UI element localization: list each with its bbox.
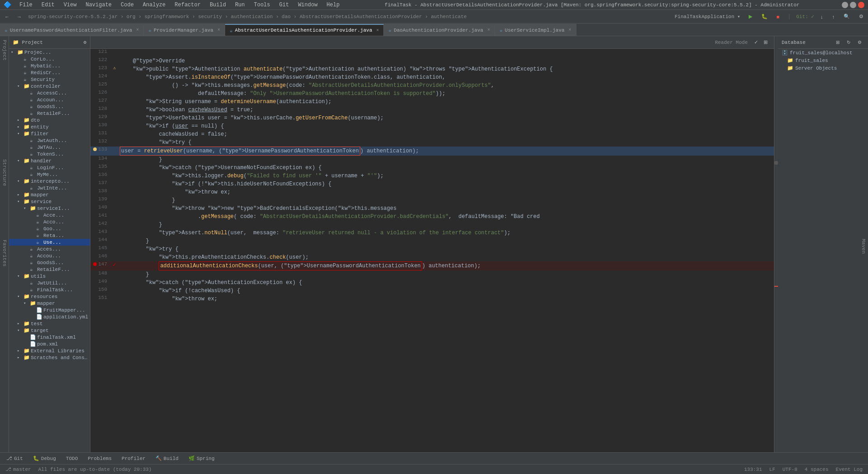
run-button[interactable]: ▶ bbox=[746, 12, 755, 22]
tab-user-service-impl[interactable]: ☕ UserServiceImpl.java × bbox=[495, 24, 576, 36]
tree-item-26[interactable]: ☕Goo... bbox=[9, 225, 90, 232]
tab-provider-manager[interactable]: ☕ ProviderManager.java × bbox=[144, 24, 225, 36]
breakpoint-140[interactable] bbox=[93, 205, 97, 209]
tool-tab-todo[interactable]: TODO bbox=[61, 454, 82, 464]
favorites-panel-label[interactable]: Favorites bbox=[1, 236, 8, 270]
settings[interactable]: ⚙ bbox=[856, 12, 866, 22]
tree-item-3[interactable]: ☕RedisCr... bbox=[9, 69, 90, 76]
tab-username-password-filter[interactable]: ☕ UsernamePasswordAuthenticationFilter.j… bbox=[0, 24, 144, 36]
search-everywhere[interactable]: 🔍 bbox=[841, 12, 853, 22]
event-log[interactable]: Event Log bbox=[834, 467, 864, 472]
tab-close-3[interactable]: × bbox=[487, 28, 490, 33]
breakpoint-139[interactable] bbox=[93, 197, 97, 201]
menu-build[interactable]: Build bbox=[207, 1, 229, 9]
tree-item-5[interactable]: ▾📁controller bbox=[9, 83, 90, 90]
code-area[interactable]: 121122 @"type">Override123⚠ "kw">public … bbox=[90, 49, 774, 452]
tree-item-9[interactable]: ☕RetaileF... bbox=[9, 110, 90, 117]
breakpoint-122[interactable] bbox=[93, 58, 97, 62]
breakpoint-133[interactable] bbox=[93, 147, 97, 151]
tree-item-29[interactable]: ☕Acces... bbox=[9, 246, 90, 252]
breakpoint-147[interactable] bbox=[93, 262, 97, 266]
tree-item-31[interactable]: ☕GoodsS... bbox=[9, 259, 90, 266]
git-push[interactable]: ↑ bbox=[830, 12, 838, 22]
tree-item-28[interactable]: ☕Use... bbox=[9, 239, 90, 246]
scroll-indicator[interactable] bbox=[774, 36, 778, 452]
breakpoint-150[interactable] bbox=[93, 288, 97, 291]
menu-tools[interactable]: Tools bbox=[251, 1, 273, 9]
tree-item-43[interactable]: 📄pom.xml bbox=[9, 341, 90, 347]
breakpoint-125[interactable] bbox=[93, 82, 97, 86]
toolbar-forward[interactable]: → bbox=[14, 12, 24, 22]
tree-item-32[interactable]: ☕RetaileF... bbox=[9, 266, 90, 273]
tree-item-42[interactable]: 📄finalTask.xml bbox=[9, 334, 90, 341]
tree-item-38[interactable]: 📄FruitMapper... bbox=[9, 307, 90, 313]
tree-item-22[interactable]: ▾📁service bbox=[9, 198, 90, 205]
tree-item-45[interactable]: ▸📁Scratches and Consoles bbox=[9, 354, 90, 361]
breakpoint-141[interactable] bbox=[93, 213, 97, 217]
menu-code[interactable]: Code bbox=[118, 1, 137, 9]
breakpoint-146[interactable] bbox=[93, 254, 97, 258]
project-panel-label[interactable]: Project bbox=[1, 36, 8, 64]
tree-item-18[interactable]: ☕MyMe... bbox=[9, 171, 90, 178]
tree-item-12[interactable]: ▾📁filter bbox=[9, 130, 90, 137]
minimize-button[interactable]: − bbox=[842, 2, 848, 8]
tree-item-41[interactable]: ▾📁target bbox=[9, 327, 90, 334]
breakpoint-137[interactable] bbox=[93, 181, 97, 185]
tree-item-17[interactable]: ☕LoginF... bbox=[9, 164, 90, 171]
structure-panel-label[interactable]: Structure bbox=[1, 156, 8, 190]
breakpoint-149[interactable] bbox=[93, 280, 97, 283]
tab-close-2[interactable]: × bbox=[376, 28, 379, 33]
tree-item-15[interactable]: ☕TokenS... bbox=[9, 151, 90, 157]
tree-item-16[interactable]: ▾📁handler bbox=[9, 157, 90, 164]
debug-button[interactable]: 🐛 bbox=[759, 12, 770, 22]
tree-item-1[interactable]: ☕CorLo... bbox=[9, 56, 90, 62]
breakpoint-130[interactable] bbox=[93, 123, 97, 127]
tree-item-0[interactable]: ▾📁Projec... bbox=[9, 49, 90, 56]
tree-item-39[interactable]: 📄application.yml bbox=[9, 313, 90, 320]
maximize-button[interactable]: □ bbox=[850, 2, 856, 8]
tab-close-4[interactable]: × bbox=[569, 28, 571, 33]
breakpoint-128[interactable] bbox=[93, 107, 97, 110]
breakpoint-144[interactable] bbox=[93, 238, 97, 242]
menu-refactor[interactable]: Refactor bbox=[172, 1, 203, 9]
menu-view[interactable]: View bbox=[61, 1, 80, 9]
tool-tab-debug[interactable]: 🐛 Debug bbox=[28, 454, 61, 464]
tool-tab-spring[interactable]: 🌿 Spring bbox=[184, 454, 219, 464]
tree-item-7[interactable]: ☕Accoun... bbox=[9, 96, 90, 103]
tree-item-44[interactable]: ▸📁External Libraries bbox=[9, 347, 90, 354]
git-branch-status[interactable]: ⎇ master bbox=[4, 466, 33, 472]
tab-dao-authentication[interactable]: ☕ DaoAuthenticationProvider.java × bbox=[384, 24, 495, 36]
db-item-fruit-sales[interactable]: 📁 fruit_sales bbox=[778, 57, 868, 64]
tool-tab-problems[interactable]: Problems bbox=[83, 454, 116, 464]
tree-item-21[interactable]: ▸📁mapper bbox=[9, 191, 90, 198]
tool-tab-git[interactable]: ⎇ Git bbox=[2, 454, 28, 464]
menu-analyze[interactable]: Analyze bbox=[140, 1, 168, 9]
db-item-host[interactable]: 🗄️ fruit_sales@localhost bbox=[778, 49, 868, 57]
reader-mode-toggle[interactable]: ✓ bbox=[751, 38, 761, 47]
run-config[interactable]: FinalTaskApplication ▾ bbox=[673, 14, 742, 19]
tree-item-33[interactable]: ▾📁utils bbox=[9, 273, 90, 280]
breakpoint-142[interactable] bbox=[93, 222, 97, 225]
tab-close-0[interactable]: × bbox=[136, 28, 139, 33]
breakpoint-131[interactable] bbox=[93, 131, 97, 135]
tree-item-20[interactable]: ☕JwtInte... bbox=[9, 185, 90, 191]
tree-item-2[interactable]: ☕Mybatic... bbox=[9, 62, 90, 69]
tree-item-37[interactable]: ▾📁mapper bbox=[9, 300, 90, 307]
editor-settings[interactable]: ⊞ bbox=[761, 38, 770, 47]
breakpoint-124[interactable] bbox=[93, 74, 97, 78]
stop-button[interactable]: ■ bbox=[774, 12, 783, 22]
close-button[interactable]: × bbox=[858, 2, 864, 8]
db-item-server-objects[interactable]: 📁 Server Objects bbox=[778, 64, 868, 72]
tree-item-13[interactable]: ☕JwtAuth... bbox=[9, 137, 90, 144]
breakpoint-121[interactable] bbox=[93, 50, 97, 53]
tree-item-4[interactable]: ☕Security bbox=[9, 76, 90, 83]
menu-navigate[interactable]: Navigate bbox=[83, 1, 114, 9]
tree-item-27[interactable]: ☕Reta... bbox=[9, 232, 90, 239]
tool-tab-build[interactable]: 🔨 Build bbox=[151, 454, 183, 464]
breakpoint-151[interactable] bbox=[93, 296, 97, 299]
breakpoint-127[interactable] bbox=[93, 99, 97, 102]
tree-item-11[interactable]: ▸📁entity bbox=[9, 123, 90, 130]
maven-panel-label[interactable]: Maven bbox=[859, 237, 868, 256]
breakpoint-126[interactable] bbox=[93, 90, 97, 94]
tree-item-14[interactable]: ☕JWTAu... bbox=[9, 144, 90, 151]
